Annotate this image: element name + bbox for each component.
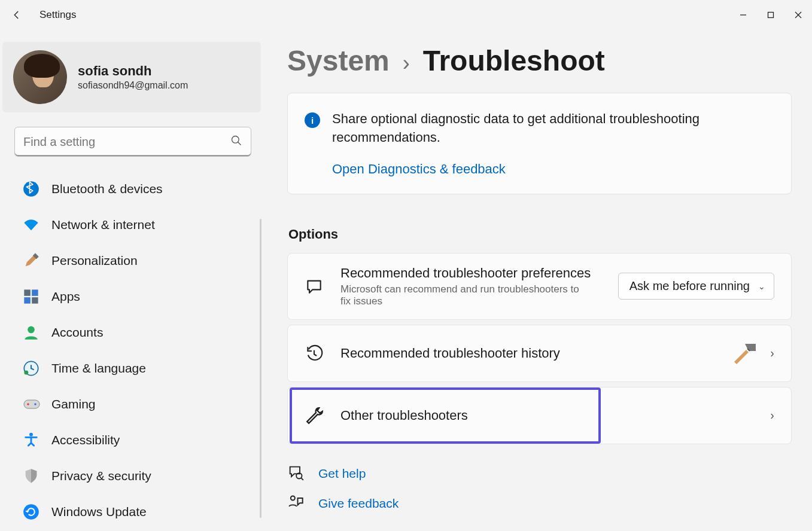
sidebar-item-accounts[interactable]: Accounts — [2, 315, 263, 350]
close-button[interactable] — [784, 5, 812, 25]
chat-icon — [305, 277, 340, 296]
chevron-down-icon: ⌄ — [758, 282, 765, 291]
sidebar-item-update[interactable]: Windows Update — [2, 494, 263, 530]
search-input-container[interactable] — [14, 127, 251, 157]
svg-rect-11 — [32, 297, 38, 304]
svg-rect-9 — [32, 289, 38, 296]
option-title: Recommended troubleshooter preferences — [340, 266, 618, 281]
chevron-right-icon: › — [770, 408, 774, 422]
preferences-dropdown[interactable]: Ask me before running ⌄ — [618, 273, 774, 300]
option-subtitle: Microsoft can recommend and run troubles… — [340, 283, 580, 307]
app-title: Settings — [39, 9, 76, 21]
back-button[interactable] — [0, 10, 34, 20]
feedback-icon — [287, 494, 304, 513]
link-text: Give feedback — [318, 496, 399, 511]
account-card[interactable]: sofia sondh sofiasondh94@gmail.com — [2, 42, 261, 112]
option-troubleshooter-history[interactable]: Recommended troubleshooter history › — [287, 325, 792, 382]
svg-point-4 — [232, 136, 239, 144]
open-diagnostics-link[interactable]: Open Diagnostics & feedback — [332, 161, 506, 177]
account-name: sofia sondh — [78, 63, 188, 79]
chevron-right-icon: › — [403, 51, 410, 76]
search-input[interactable] — [23, 135, 230, 149]
wrench-icon — [305, 405, 340, 426]
svg-point-22 — [291, 496, 295, 500]
accessibility-icon — [23, 432, 51, 448]
sidebar-item-personalization[interactable]: Personalization — [2, 243, 263, 279]
svg-point-12 — [28, 326, 35, 334]
link-text: Get help — [318, 466, 366, 481]
svg-point-18 — [29, 433, 33, 437]
apps-icon — [23, 288, 51, 305]
breadcrumb-parent[interactable]: System — [287, 44, 390, 77]
option-other-troubleshooters[interactable]: Other troubleshooters › — [287, 387, 792, 444]
shield-icon — [23, 468, 51, 484]
sidebar-item-label: Gaming — [51, 397, 96, 411]
svg-rect-10 — [24, 297, 31, 304]
scrollbar[interactable] — [260, 219, 261, 518]
sidebar-item-gaming[interactable]: Gaming — [2, 386, 263, 422]
person-icon — [23, 324, 51, 341]
sidebar-item-network[interactable]: Network & internet — [2, 207, 263, 243]
sidebar-item-label: Personalization — [51, 254, 138, 268]
sidebar-item-label: Network & internet — [51, 218, 155, 232]
page-title: Troubleshoot — [423, 44, 605, 77]
svg-point-14 — [24, 371, 28, 375]
svg-rect-1 — [768, 13, 774, 18]
sidebar-item-accessibility[interactable]: Accessibility — [2, 422, 263, 458]
sidebar-item-label: Apps — [51, 289, 80, 304]
svg-rect-8 — [24, 289, 31, 296]
give-feedback-link[interactable]: Give feedback — [287, 489, 792, 518]
account-email: sofiasondh94@gmail.com — [78, 80, 188, 91]
avatar — [13, 50, 67, 104]
section-title-options: Options — [288, 227, 792, 242]
svg-line-5 — [238, 142, 241, 145]
bluetooth-icon — [23, 181, 51, 197]
info-icon: i — [305, 112, 320, 128]
breadcrumb: System › Troubleshoot — [287, 44, 792, 77]
clock-icon — [23, 360, 51, 377]
minimize-button[interactable] — [729, 5, 757, 25]
sidebar-item-bluetooth[interactable]: Bluetooth & devices — [2, 171, 263, 207]
paintbrush-icon — [23, 252, 51, 269]
option-title: Other troubleshooters — [340, 408, 759, 423]
option-recommended-preferences[interactable]: Recommended troubleshooter preferences M… — [287, 253, 792, 320]
update-icon — [23, 503, 51, 520]
svg-point-16 — [27, 403, 29, 405]
hammer-icon — [729, 340, 759, 367]
history-icon — [305, 344, 340, 363]
get-help-link[interactable]: Get help — [287, 459, 792, 489]
search-icon — [230, 135, 242, 149]
sidebar-item-label: Accounts — [51, 325, 103, 340]
svg-rect-15 — [24, 400, 39, 408]
maximize-button[interactable] — [757, 5, 784, 25]
sidebar-item-label: Windows Update — [51, 505, 147, 519]
option-title: Recommended troubleshooter history — [340, 346, 722, 361]
svg-line-21 — [301, 478, 303, 480]
info-banner: i Share optional diagnostic data to get … — [287, 93, 792, 194]
sidebar-item-label: Time & language — [51, 361, 146, 376]
sidebar-item-privacy[interactable]: Privacy & security — [2, 458, 263, 494]
sidebar-item-time[interactable]: Time & language — [2, 350, 263, 386]
help-icon — [287, 464, 304, 483]
dropdown-value: Ask me before running — [629, 279, 750, 292]
svg-point-17 — [34, 403, 37, 405]
sidebar-item-label: Accessibility — [51, 433, 120, 447]
sidebar-item-label: Privacy & security — [51, 469, 151, 483]
wifi-icon — [23, 216, 51, 233]
gamepad-icon — [23, 398, 51, 411]
info-text: Share optional diagnostic data to get ad… — [332, 110, 772, 147]
svg-point-19 — [23, 504, 39, 520]
sidebar-item-label: Bluetooth & devices — [51, 182, 163, 196]
sidebar-item-apps[interactable]: Apps — [2, 279, 263, 315]
chevron-right-icon: › — [770, 346, 774, 360]
